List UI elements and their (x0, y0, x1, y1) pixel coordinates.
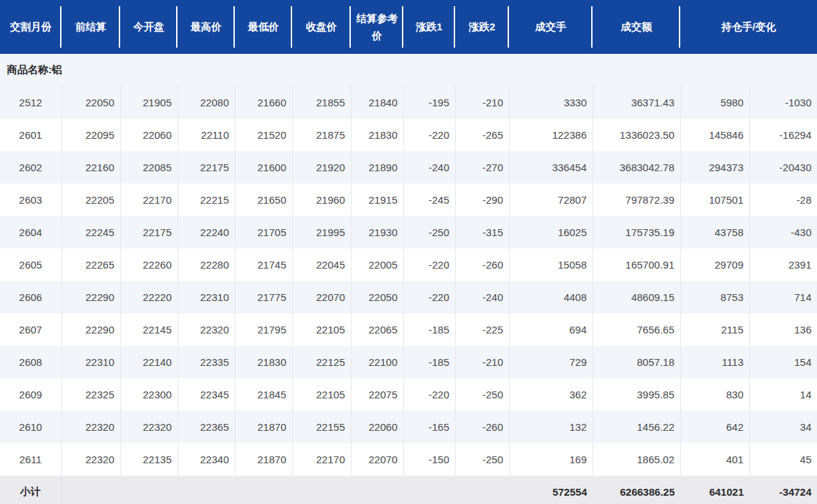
cell-open-interest: 145846 (680, 119, 749, 151)
cell-high: 22365 (177, 411, 235, 443)
cell-open: 22135 (120, 443, 177, 476)
cell-close: 21855 (292, 86, 351, 119)
subtotal-oi-change: -34724 (749, 476, 817, 504)
cell-open-interest: 8753 (680, 281, 749, 313)
cell-change1: -245 (403, 184, 455, 216)
cell-settlement-ref: 21830 (351, 119, 403, 151)
col-header-low: 最低价 (235, 0, 292, 54)
cell-month: 2601 (0, 119, 61, 151)
col-header-high: 最高价 (177, 0, 235, 54)
cell-oi-change: -16294 (749, 119, 817, 151)
cell-month: 2602 (0, 151, 61, 184)
cell-turnover: 1865.02 (593, 443, 680, 476)
cell-volume: 336454 (509, 151, 593, 184)
cell-high: 22175 (177, 151, 235, 184)
cell-close: 21960 (292, 184, 351, 216)
cell-low: 21705 (235, 216, 292, 249)
cell-turnover: 8057.18 (593, 346, 680, 378)
cell-turnover: 48609.15 (593, 281, 680, 313)
subtotal-open-interest: 641021 (680, 476, 749, 504)
cell-settlement-ref: 21840 (351, 86, 403, 119)
cell-month: 2604 (0, 216, 61, 249)
cell-low: 21870 (235, 411, 292, 443)
cell-prev-settlement: 22290 (61, 281, 120, 313)
cell-open: 22260 (120, 249, 177, 281)
subtotal-spacer (61, 476, 509, 504)
contract-row: 2606222902222022310217752207022050-220-2… (0, 281, 817, 313)
cell-oi-change: -430 (749, 216, 817, 249)
cell-change1: -220 (403, 119, 455, 151)
cell-change1: -195 (403, 86, 455, 119)
cell-change2: -260 (455, 411, 509, 443)
cell-close: 22125 (292, 346, 351, 378)
cell-prev-settlement: 22160 (61, 151, 120, 184)
cell-volume: 729 (509, 346, 593, 378)
cell-turnover: 1336023.50 (593, 119, 680, 151)
table-header: 交割月份 前结算 今开盘 最高价 最低价 收盘价 结算参考价 涨跌1 涨跌2 成… (0, 0, 817, 54)
cell-open-interest: 2115 (680, 313, 749, 346)
cell-change2: -315 (455, 216, 509, 249)
cell-volume: 362 (509, 378, 593, 411)
cell-prev-settlement: 22290 (61, 313, 120, 346)
contract-row: 2604222452217522240217052199521930-250-3… (0, 216, 817, 249)
cell-month: 2611 (0, 443, 61, 476)
cell-month: 2608 (0, 346, 61, 378)
cell-open: 22170 (120, 184, 177, 216)
cell-prev-settlement: 22050 (61, 86, 120, 119)
cell-month: 2610 (0, 411, 61, 443)
cell-low: 21775 (235, 281, 292, 313)
cell-open-interest: 830 (680, 378, 749, 411)
futures-quotes-table: 交割月份 前结算 今开盘 最高价 最低价 收盘价 结算参考价 涨跌1 涨跌2 成… (0, 0, 817, 504)
cell-open: 22145 (120, 313, 177, 346)
cell-open: 22300 (120, 378, 177, 411)
contract-row: 2607222902214522320217952210522065-185-2… (0, 313, 817, 346)
cell-volume: 132 (509, 411, 593, 443)
cell-prev-settlement: 22320 (61, 443, 120, 476)
cell-low: 21870 (235, 443, 292, 476)
cell-high: 22310 (177, 281, 235, 313)
cell-change2: -265 (455, 119, 509, 151)
cell-settlement-ref: 22060 (351, 411, 403, 443)
cell-high: 22340 (177, 443, 235, 476)
cell-settlement-ref: 22050 (351, 281, 403, 313)
cell-open: 22085 (120, 151, 177, 184)
cell-oi-change: 34 (749, 411, 817, 443)
cell-change1: -220 (403, 378, 455, 411)
cell-month: 2603 (0, 184, 61, 216)
cell-close: 22170 (292, 443, 351, 476)
cell-turnover: 1456.22 (593, 411, 680, 443)
col-header-change2: 涨跌2 (455, 0, 509, 54)
cell-change1: -220 (403, 249, 455, 281)
cell-close: 21875 (292, 119, 351, 151)
cell-change1: -240 (403, 151, 455, 184)
cell-close: 22045 (292, 249, 351, 281)
cell-change1: -185 (403, 313, 455, 346)
cell-settlement-ref: 22070 (351, 443, 403, 476)
table-body: 商品名称:铝 (0, 54, 817, 86)
header-row: 交割月份 前结算 今开盘 最高价 最低价 收盘价 结算参考价 涨跌1 涨跌2 成… (0, 0, 817, 54)
cell-volume: 694 (509, 313, 593, 346)
cell-high: 22110 (177, 119, 235, 151)
cell-open: 22175 (120, 216, 177, 249)
cell-open: 22320 (120, 411, 177, 443)
cell-volume: 16025 (509, 216, 593, 249)
cell-volume: 122386 (509, 119, 593, 151)
cell-open-interest: 5980 (680, 86, 749, 119)
cell-month: 2605 (0, 249, 61, 281)
contract-row: 2609223252230022345218452210522075-220-2… (0, 378, 817, 411)
contract-row: 2601220952206022110215202187521830-220-2… (0, 119, 817, 151)
cell-open-interest: 29709 (680, 249, 749, 281)
subtotal-volume: 572554 (509, 476, 593, 504)
cell-oi-change: -20430 (749, 151, 817, 184)
subtotal-label: 小计 (0, 476, 61, 504)
cell-change2: -210 (455, 86, 509, 119)
product-name-label: 商品名称:铝 (0, 54, 817, 86)
cell-low: 21845 (235, 378, 292, 411)
cell-prev-settlement: 22205 (61, 184, 120, 216)
cell-volume: 169 (509, 443, 593, 476)
cell-change1: -165 (403, 411, 455, 443)
cell-settlement-ref: 21915 (351, 184, 403, 216)
col-header-turnover: 成交额 (593, 0, 680, 54)
col-header-open: 今开盘 (120, 0, 177, 54)
cell-month: 2609 (0, 378, 61, 411)
